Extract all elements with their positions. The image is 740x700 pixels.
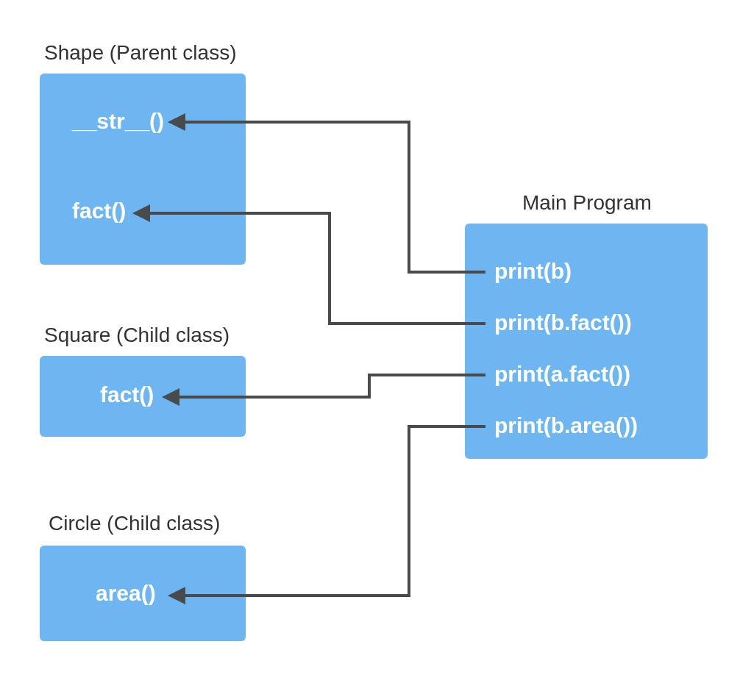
main-print-b-fact: print(b.fact()) <box>494 310 632 335</box>
shape-str-method: __str__() <box>72 109 164 134</box>
square-class-label: Square (Child class) <box>44 324 230 347</box>
shape-class-label: Shape (Parent class) <box>44 41 236 65</box>
shape-fact-method: fact() <box>72 199 126 224</box>
circle-area-method: area() <box>96 581 156 606</box>
main-program-label: Main Program <box>522 191 652 215</box>
diagram-canvas: Shape (Parent class) __str__() fact() Sq… <box>0 0 740 700</box>
main-print-b-area: print(b.area()) <box>494 413 638 438</box>
circle-class-label: Circle (Child class) <box>49 512 220 535</box>
main-print-b: print(b) <box>494 259 572 284</box>
circle-class-box: area() <box>40 546 246 641</box>
main-print-a-fact: print(a.fact()) <box>494 362 630 387</box>
main-program-box: print(b) print(b.fact()) print(a.fact())… <box>465 224 708 459</box>
square-fact-method: fact() <box>100 382 154 407</box>
square-class-box: fact() <box>40 356 246 437</box>
shape-class-box: __str__() fact() <box>40 74 246 265</box>
